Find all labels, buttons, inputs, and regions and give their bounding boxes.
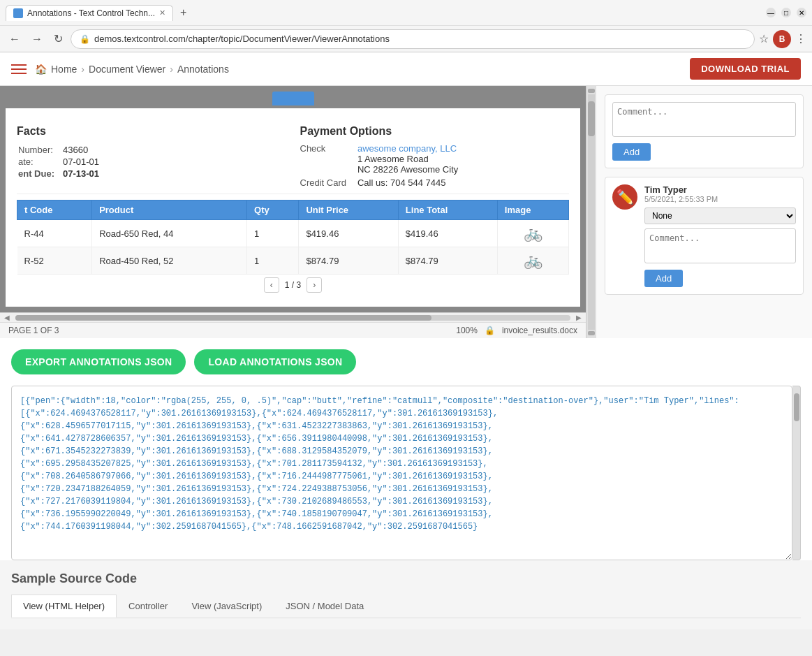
cell-line-total: $419.46 (398, 220, 497, 247)
facts-row-number: Number: 43660 (18, 145, 99, 155)
forward-button[interactable]: → (28, 31, 46, 47)
payment-section: Payment Options Check awesome company, L… (300, 125, 570, 188)
menu-button[interactable]: ⋮ (795, 32, 806, 45)
scroll-left-btn[interactable]: ◀ (0, 314, 14, 321)
col-unit-price: Unit Price (299, 201, 398, 220)
minimize-button[interactable]: — (766, 8, 776, 17)
annotation-type-select[interactable]: None Option1 Option2 (644, 207, 796, 224)
add-user-comment-button[interactable]: Add (644, 270, 683, 287)
bookmark-button[interactable]: ☆ (759, 32, 769, 45)
source-tab[interactable]: View (HTML Helper) (11, 595, 117, 618)
cell-line-total: $874.79 (398, 247, 497, 275)
source-tab[interactable]: JSON / Model Data (274, 595, 376, 618)
cell-code: R-52 (17, 247, 92, 275)
col-image: Image (497, 201, 568, 220)
page-info: 1 / 3 (285, 280, 301, 290)
cell-unit-price: $874.79 (299, 247, 398, 275)
v-scroll-up[interactable] (588, 89, 595, 93)
breadcrumb-docviewer[interactable]: Document Viewer (89, 64, 165, 75)
status-bar: PAGE 1 OF 3 100% 🔒 invoice_results.docx (0, 322, 586, 338)
json-scrollbar[interactable] (792, 386, 801, 560)
new-tab-button[interactable]: + (176, 5, 191, 20)
breadcrumb-sep2: › (170, 64, 173, 75)
v-scroll-down[interactable] (588, 331, 595, 335)
payment-title: Payment Options (300, 125, 570, 138)
lock-icon: 🔒 (80, 34, 90, 44)
annotation-date: 5/5/2021, 2:55:33 PM (644, 195, 796, 203)
username: Tim Typer (644, 184, 796, 195)
nav-bar: ← → ↻ 🔒 demos.textcontrol.com/chapter/to… (0, 25, 812, 52)
breadcrumb-current: Annotations (177, 64, 229, 75)
v-scrollbar[interactable] (586, 86, 596, 338)
json-textarea[interactable] (11, 386, 792, 560)
user-info: Tim Typer 5/5/2021, 2:55:33 PM None Opti… (644, 184, 796, 287)
source-tabs: View (HTML Helper)ControllerView (JavaSc… (11, 595, 801, 618)
cell-product: Road-650 Red, 44 (92, 220, 247, 247)
facts-title: Facts (17, 125, 286, 138)
v-scroll-thumb (588, 101, 595, 136)
annotation-user-card: ✏️ Tim Typer 5/5/2021, 2:55:33 PM None O… (605, 177, 804, 295)
col-product: Product (92, 201, 247, 220)
h-scrollbar[interactable] (15, 315, 570, 321)
due-label: ent Due: (18, 168, 61, 179)
annotation-comment-card: Add (605, 94, 804, 168)
breadcrumb-home[interactable]: Home (51, 64, 77, 75)
home-icon: 🏠 (35, 64, 47, 75)
load-annotations-button[interactable]: LOAD ANNOTATIONS JSON (194, 349, 356, 374)
browser-chrome: Annotations - Text Control Techn... ✕ + … (0, 0, 812, 52)
comment-input[interactable] (612, 102, 796, 137)
prev-page-button[interactable]: ‹ (264, 277, 279, 293)
invoice-page: Facts Number: 43660 ate: 07-01-01 (6, 108, 580, 307)
tab-close-icon[interactable]: ✕ (159, 8, 165, 17)
source-tab[interactable]: Controller (117, 595, 179, 618)
credit-label: Credit Card (300, 177, 346, 188)
hamburger-line (11, 64, 27, 66)
profile-button[interactable]: B (773, 30, 791, 48)
filename: invoice_results.docx (502, 326, 577, 335)
export-annotations-button[interactable]: EXPORT ANNOTATIONS JSON (11, 349, 186, 374)
check-label: Check (300, 143, 346, 175)
check-address: awesome company, LLC 1 Awesome Road NC 2… (357, 143, 569, 175)
address-text: demos.textcontrol.com/chapter/topic/Docu… (94, 34, 746, 44)
download-trial-button[interactable]: DOWNLOAD TRIAL (690, 58, 801, 80)
company-name: awesome company, LLC (357, 143, 569, 154)
product-table: t Code Product Qty Unit Price Line Total… (17, 200, 569, 275)
v-scroll-track[interactable] (588, 94, 595, 330)
address1: 1 Awesome Road (357, 154, 569, 164)
title-bar: Annotations - Text Control Techn... ✕ + … (0, 0, 812, 25)
title-bar-left: Annotations - Text Control Techn... ✕ + (6, 5, 766, 21)
scroll-right-btn[interactable]: ▶ (572, 314, 586, 321)
active-tab[interactable]: Annotations - Text Control Techn... ✕ (6, 5, 173, 21)
doc-frame: Facts Number: 43660 ate: 07-01-01 (0, 86, 596, 338)
add-comment-button[interactable]: Add (612, 143, 651, 161)
close-button[interactable]: ✕ (797, 8, 806, 17)
cell-image: 🚲 (497, 247, 568, 275)
cell-unit-price: $419.46 (299, 220, 398, 247)
json-container (11, 386, 801, 560)
main-content: Facts Number: 43660 ate: 07-01-01 (0, 86, 812, 338)
address-bar[interactable]: 🔒 demos.textcontrol.com/chapter/topic/Do… (71, 29, 755, 49)
hamburger-line (11, 68, 27, 70)
source-tab[interactable]: View (JavaScript) (179, 595, 274, 618)
number-label: Number: (18, 145, 61, 155)
user-comment-input[interactable] (644, 228, 796, 263)
facts-section: Facts Number: 43660 ate: 07-01-01 (17, 125, 286, 188)
col-qty: Qty (247, 201, 299, 220)
tab-favicon (13, 8, 23, 18)
maximize-button[interactable]: □ (781, 8, 791, 17)
user-avatar: ✏️ (612, 184, 637, 210)
annotations-panel: Add ✏️ Tim Typer 5/5/2021, 2:55:33 PM No… (596, 86, 812, 338)
back-button[interactable]: ← (6, 31, 24, 47)
next-page-button[interactable]: › (307, 277, 322, 293)
breadcrumb: 🏠 Home › Document Viewer › Annotations (35, 64, 690, 75)
hamburger-menu[interactable] (11, 64, 27, 74)
h-scroll-thumb (15, 315, 431, 321)
user-row: ✏️ Tim Typer 5/5/2021, 2:55:33 PM None O… (612, 184, 796, 287)
export-buttons: EXPORT ANNOTATIONS JSON LOAD ANNOTATIONS… (11, 349, 801, 374)
cell-qty: 1 (247, 247, 299, 275)
reload-button[interactable]: ↻ (50, 31, 66, 47)
table-header-row: t Code Product Qty Unit Price Line Total… (17, 201, 569, 220)
avatar-icon: ✏️ (617, 189, 634, 205)
document-viewer: Facts Number: 43660 ate: 07-01-01 (0, 86, 596, 338)
number-val: 43660 (63, 145, 99, 155)
